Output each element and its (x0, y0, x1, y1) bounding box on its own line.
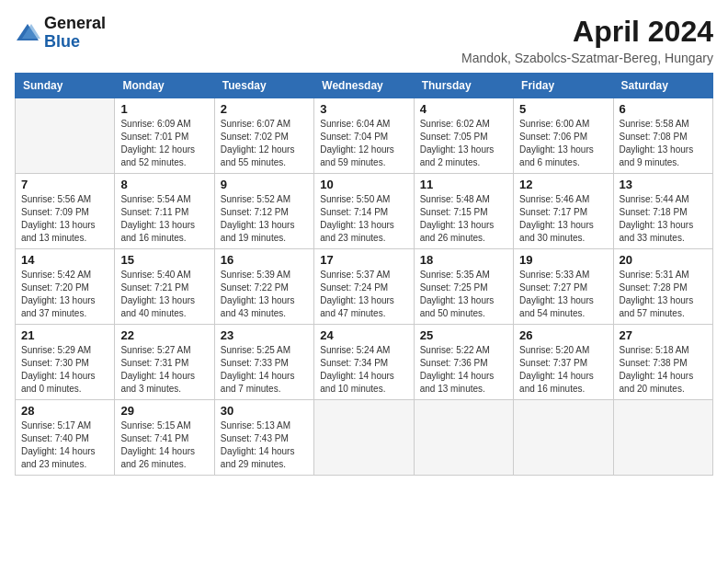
calendar-cell: 1Sunrise: 6:09 AMSunset: 7:01 PMDaylight… (115, 98, 214, 174)
day-info: Sunrise: 5:54 AMSunset: 7:11 PMDaylight:… (120, 193, 208, 245)
day-number: 27 (620, 328, 707, 342)
column-header-monday: Monday (115, 74, 214, 98)
logo-text-blue: Blue (44, 33, 106, 52)
day-number: 8 (120, 178, 208, 191)
day-info: Sunrise: 5:37 AMSunset: 7:24 PMDaylight:… (320, 269, 407, 320)
logo-text-general: General (44, 15, 106, 33)
calendar-cell: 12Sunrise: 5:46 AMSunset: 7:17 PMDayligh… (514, 174, 613, 249)
day-info: Sunrise: 5:40 AMSunset: 7:21 PMDaylight:… (120, 269, 208, 320)
day-info: Sunrise: 5:35 AMSunset: 7:25 PMDaylight:… (420, 269, 507, 320)
calendar-table: SundayMondayTuesdayWednesdayThursdayFrid… (15, 73, 713, 476)
day-info: Sunrise: 5:50 AMSunset: 7:14 PMDaylight:… (320, 193, 407, 245)
day-info: Sunrise: 5:29 AMSunset: 7:30 PMDaylight:… (21, 344, 108, 396)
calendar-cell: 7Sunrise: 5:56 AMSunset: 7:09 PMDaylight… (16, 174, 115, 249)
calendar-cell (613, 400, 712, 476)
day-info: Sunrise: 5:18 AMSunset: 7:38 PMDaylight:… (620, 344, 707, 396)
calendar-cell: 4Sunrise: 6:02 AMSunset: 7:05 PMDaylight… (414, 98, 513, 174)
calendar-week-row: 7Sunrise: 5:56 AMSunset: 7:09 PMDaylight… (16, 174, 713, 249)
calendar-subtitle: Mandok, Szabolcs-Szatmar-Bereg, Hungary (461, 51, 713, 65)
calendar-cell: 5Sunrise: 6:00 AMSunset: 7:06 PMDaylight… (514, 98, 613, 174)
day-number: 11 (420, 178, 507, 191)
day-info: Sunrise: 5:44 AMSunset: 7:18 PMDaylight:… (620, 193, 707, 245)
day-info: Sunrise: 5:52 AMSunset: 7:12 PMDaylight:… (221, 193, 308, 245)
day-number: 10 (320, 178, 407, 191)
day-info: Sunrise: 6:09 AMSunset: 7:01 PMDaylight:… (120, 118, 208, 169)
day-number: 24 (320, 328, 407, 342)
calendar-cell (16, 98, 115, 174)
calendar-cell: 26Sunrise: 5:20 AMSunset: 7:37 PMDayligh… (514, 325, 613, 400)
calendar-cell (414, 400, 513, 476)
day-info: Sunrise: 5:56 AMSunset: 7:09 PMDaylight:… (21, 193, 108, 245)
day-number: 12 (519, 178, 607, 191)
day-info: Sunrise: 5:48 AMSunset: 7:15 PMDaylight:… (420, 193, 507, 245)
calendar-cell: 18Sunrise: 5:35 AMSunset: 7:25 PMDayligh… (414, 249, 513, 325)
calendar-cell: 8Sunrise: 5:54 AMSunset: 7:11 PMDaylight… (115, 174, 214, 249)
calendar-cell: 19Sunrise: 5:33 AMSunset: 7:27 PMDayligh… (514, 249, 613, 325)
day-info: Sunrise: 5:58 AMSunset: 7:08 PMDaylight:… (620, 118, 707, 169)
calendar-cell: 20Sunrise: 5:31 AMSunset: 7:28 PMDayligh… (613, 249, 712, 325)
day-info: Sunrise: 5:39 AMSunset: 7:22 PMDaylight:… (221, 269, 308, 320)
calendar-cell: 10Sunrise: 5:50 AMSunset: 7:14 PMDayligh… (314, 174, 414, 249)
logo: General Blue (15, 15, 106, 52)
day-number: 18 (420, 253, 507, 267)
calendar-cell: 23Sunrise: 5:25 AMSunset: 7:33 PMDayligh… (214, 325, 313, 400)
column-header-sunday: Sunday (16, 74, 115, 98)
day-number: 25 (420, 328, 507, 342)
day-number: 15 (120, 253, 208, 267)
day-number: 14 (21, 253, 108, 267)
day-info: Sunrise: 5:20 AMSunset: 7:37 PMDaylight:… (519, 344, 607, 396)
logo-icon (15, 20, 40, 46)
title-area: April 2024 Mandok, Szabolcs-Szatmar-Bere… (461, 15, 713, 65)
day-number: 29 (120, 404, 208, 418)
day-number: 6 (620, 102, 707, 116)
day-number: 17 (320, 253, 407, 267)
day-number: 1 (120, 102, 208, 116)
day-info: Sunrise: 5:27 AMSunset: 7:31 PMDaylight:… (120, 344, 208, 396)
column-header-wednesday: Wednesday (314, 74, 414, 98)
day-number: 5 (519, 102, 607, 116)
day-info: Sunrise: 5:17 AMSunset: 7:40 PMDaylight:… (21, 419, 108, 471)
day-info: Sunrise: 5:24 AMSunset: 7:34 PMDaylight:… (320, 344, 407, 396)
day-number: 30 (221, 404, 308, 418)
column-header-tuesday: Tuesday (214, 74, 313, 98)
calendar-week-row: 1Sunrise: 6:09 AMSunset: 7:01 PMDaylight… (16, 98, 713, 174)
calendar-cell: 24Sunrise: 5:24 AMSunset: 7:34 PMDayligh… (314, 325, 414, 400)
calendar-week-row: 28Sunrise: 5:17 AMSunset: 7:40 PMDayligh… (16, 400, 713, 476)
day-info: Sunrise: 6:00 AMSunset: 7:06 PMDaylight:… (519, 118, 607, 169)
calendar-cell: 21Sunrise: 5:29 AMSunset: 7:30 PMDayligh… (16, 325, 115, 400)
calendar-cell: 27Sunrise: 5:18 AMSunset: 7:38 PMDayligh… (613, 325, 712, 400)
day-number: 19 (519, 253, 607, 267)
day-number: 2 (221, 102, 308, 116)
day-number: 7 (21, 178, 108, 191)
day-info: Sunrise: 6:04 AMSunset: 7:04 PMDaylight:… (320, 118, 407, 169)
calendar-cell (514, 400, 613, 476)
day-info: Sunrise: 5:33 AMSunset: 7:27 PMDaylight:… (519, 269, 607, 320)
column-header-thursday: Thursday (414, 74, 513, 98)
calendar-cell: 28Sunrise: 5:17 AMSunset: 7:40 PMDayligh… (16, 400, 115, 476)
column-header-saturday: Saturday (613, 74, 712, 98)
calendar-cell: 29Sunrise: 5:15 AMSunset: 7:41 PMDayligh… (115, 400, 214, 476)
day-info: Sunrise: 5:22 AMSunset: 7:36 PMDaylight:… (420, 344, 507, 396)
calendar-cell: 22Sunrise: 5:27 AMSunset: 7:31 PMDayligh… (115, 325, 214, 400)
day-number: 28 (21, 404, 108, 418)
day-number: 23 (221, 328, 308, 342)
day-number: 20 (620, 253, 707, 267)
calendar-cell: 9Sunrise: 5:52 AMSunset: 7:12 PMDaylight… (214, 174, 313, 249)
calendar-title: April 2024 (461, 15, 713, 49)
day-number: 16 (221, 253, 308, 267)
day-info: Sunrise: 6:07 AMSunset: 7:02 PMDaylight:… (221, 118, 308, 169)
column-header-friday: Friday (514, 74, 613, 98)
day-info: Sunrise: 5:15 AMSunset: 7:41 PMDaylight:… (120, 419, 208, 471)
day-number: 4 (420, 102, 507, 116)
calendar-header-row: SundayMondayTuesdayWednesdayThursdayFrid… (16, 74, 713, 98)
calendar-cell: 2Sunrise: 6:07 AMSunset: 7:02 PMDaylight… (214, 98, 313, 174)
calendar-cell (314, 400, 414, 476)
calendar-cell: 30Sunrise: 5:13 AMSunset: 7:43 PMDayligh… (214, 400, 313, 476)
calendar-cell: 11Sunrise: 5:48 AMSunset: 7:15 PMDayligh… (414, 174, 513, 249)
calendar-cell: 17Sunrise: 5:37 AMSunset: 7:24 PMDayligh… (314, 249, 414, 325)
day-info: Sunrise: 5:42 AMSunset: 7:20 PMDaylight:… (21, 269, 108, 320)
calendar-cell: 15Sunrise: 5:40 AMSunset: 7:21 PMDayligh… (115, 249, 214, 325)
calendar-cell: 25Sunrise: 5:22 AMSunset: 7:36 PMDayligh… (414, 325, 513, 400)
day-info: Sunrise: 5:46 AMSunset: 7:17 PMDaylight:… (519, 193, 607, 245)
day-info: Sunrise: 5:25 AMSunset: 7:33 PMDaylight:… (221, 344, 308, 396)
